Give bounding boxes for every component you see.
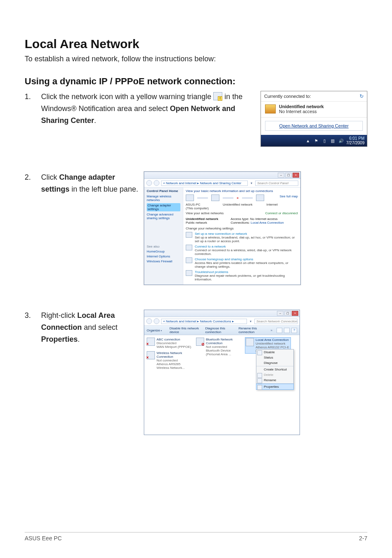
connection-icon: ⊘ [196, 338, 204, 346]
step-number: 2. [25, 171, 41, 183]
flag-icon[interactable]: ⚑ [314, 138, 319, 144]
settings-item[interactable]: Set up a new connection or networkSet up… [186, 232, 298, 243]
connection-device: Atheros AR9285 Wireless Network... [157, 362, 192, 370]
menu-item-label: Properties [264, 385, 279, 389]
back-button[interactable] [146, 180, 152, 186]
view-icon[interactable] [277, 328, 282, 333]
network-flyout: Currently connected to: ↻ Unidentified n… [261, 91, 367, 147]
context-menu: DisableStatusDiagnoseCreate ShortcutDele… [256, 349, 294, 390]
menu-item-create-shortcut[interactable]: Create Shortcut [256, 367, 293, 372]
menu-item-label: Status [264, 356, 273, 359]
item-desc: Access files and printers located on oth… [195, 261, 298, 269]
manage-wireless-link[interactable]: Manage wireless networks [147, 194, 180, 202]
footer-right: 2-7 [359, 535, 367, 542]
forward-button[interactable] [154, 180, 159, 186]
menu-item-properties[interactable]: Properties [256, 384, 293, 389]
step-text: Right-click Local Area Connection and se… [41, 310, 144, 345]
connection-item[interactable]: ×ABC connectionDisconnectedWAN Miniport … [147, 338, 192, 349]
screenshot-1: Currently connected to: ↻ Unidentified n… [261, 91, 367, 147]
item-icon [186, 257, 192, 263]
windows-firewall-link[interactable]: Windows Firewall [147, 259, 180, 263]
connection-device: WAN Miniport (PPPOE) [157, 345, 191, 349]
menu-item-status[interactable]: Status [256, 355, 293, 360]
search-input[interactable]: Search Control Panel [255, 181, 298, 186]
window-titlebar: – ▢ × [144, 310, 300, 317]
tray-arrow-icon[interactable]: ▲ [305, 138, 311, 144]
organize-menu[interactable]: Organize [147, 329, 165, 332]
connection-status: Not connected [206, 345, 241, 349]
connection-item[interactable]: ⊘Bluetooth Network ConnectionNot connect… [196, 338, 241, 356]
footer-left: ASUS Eee PC [25, 535, 62, 542]
maximize-button[interactable]: ▢ [285, 173, 292, 178]
minimize-button[interactable]: – [277, 311, 284, 316]
item-title: Choose homegroup and sharing options [195, 257, 298, 261]
diagnose-button[interactable]: Diagnose this connection [205, 326, 234, 334]
battery-icon[interactable]: ▯ [322, 138, 327, 144]
address-bar[interactable]: « Network and Internet ▸ Network Connect… [161, 319, 247, 324]
step-text-part: Right-click [41, 311, 77, 320]
access-type-label: Access type: [231, 217, 249, 221]
intro-text: To establish a wired network, follow the… [25, 53, 367, 65]
dropdown-icon[interactable]: ▾ [249, 181, 254, 185]
dropdown-icon[interactable]: ▾ [249, 320, 253, 323]
menu-item-diagnose[interactable]: Diagnose [256, 360, 293, 366]
disable-device-button[interactable]: Disable this network device [169, 326, 201, 334]
menu-item-disable[interactable]: Disable [256, 350, 293, 355]
connect-disconnect-link[interactable]: Connect or disconnect [265, 211, 298, 215]
connection-icon: × [147, 351, 155, 359]
maximize-button[interactable]: ▢ [284, 311, 291, 316]
step-bold: Properties [41, 335, 78, 343]
screenshot-3: – ▢ × « Network and Internet ▸ Network C… [144, 310, 300, 435]
taskbar: ▲ ⚑ ▯ ▥ 🔊 6:01 PM 7/27/2009 [261, 135, 367, 146]
left-pane: Control Panel Home Manage wireless netwo… [144, 188, 183, 285]
see-full-map-link[interactable]: See full map [280, 194, 298, 198]
step-text: Click the network icon with a yellow war… [41, 91, 261, 126]
control-panel-home[interactable]: Control Panel Home [147, 189, 180, 193]
menu-item-rename[interactable]: Rename [256, 377, 293, 383]
overflow-icon[interactable]: » [271, 329, 272, 332]
node-sublabel: (This computer) [186, 206, 209, 210]
view-active-label: View your active networks [186, 211, 224, 215]
network-tray-icon[interactable]: ▥ [330, 138, 336, 144]
section-heading: Using a dynamic IP / PPPoE network conne… [25, 76, 367, 87]
refresh-icon[interactable]: ↻ [360, 93, 364, 99]
taskbar-clock[interactable]: 6:01 PM 7/27/2009 [346, 136, 365, 145]
homegroup-link[interactable]: HomeGroup [147, 250, 180, 253]
settings-item[interactable]: Troubleshoot problemsDiagnose and repair… [186, 270, 298, 281]
search-input[interactable]: Search Network Connections [254, 319, 297, 324]
menu-item-icon [257, 378, 262, 383]
connections-link[interactable]: Local Area Connection [251, 221, 284, 225]
connection-icon: × [147, 338, 155, 346]
active-net-name: Unidentified network [186, 217, 218, 221]
change-sharing-link[interactable]: Change advanced sharing settings [147, 213, 180, 220]
address-bar[interactable]: « Network and Internet ▸ Network and Sha… [161, 181, 248, 186]
view-icon[interactable] [284, 328, 290, 333]
connection-name: Local Area Connection [256, 338, 290, 342]
back-button[interactable] [146, 318, 152, 324]
close-button[interactable]: × [293, 173, 299, 178]
connection-name: Wireless Network Connection [157, 351, 192, 359]
step-text-part: Click [41, 173, 59, 181]
step-text-part: . [78, 335, 80, 343]
window-titlebar: – ▢ × [144, 172, 300, 179]
minimize-button[interactable]: – [278, 173, 284, 178]
internet-options-link[interactable]: Internet Options [147, 255, 180, 258]
help-icon[interactable]: ? [291, 328, 297, 333]
rename-button[interactable]: Rename this connection [238, 326, 266, 334]
settings-item[interactable]: Connect to a networkConnect or reconnect… [186, 245, 298, 256]
step-text-part: . [94, 116, 96, 125]
close-button[interactable]: × [292, 311, 298, 316]
volume-icon[interactable]: 🔊 [338, 138, 344, 144]
step-text-part: in the left blue pane. [71, 185, 138, 193]
screenshot-2: – ▢ × « Network and Internet ▸ Network a… [144, 171, 301, 285]
change-adapter-link[interactable]: Change adapter settings [147, 203, 180, 211]
access-type-value: No Internet access [250, 217, 278, 221]
connection-name: Bluetooth Network Connection [206, 338, 241, 345]
open-network-center-link[interactable]: Open Network and Sharing Center [265, 121, 363, 131]
connection-item[interactable]: ×Wireless Network ConnectionNot connecte… [147, 351, 192, 370]
forward-button[interactable] [154, 318, 159, 324]
menu-separator [256, 383, 293, 384]
page-footer: ASUS Eee PC 2-7 [25, 532, 367, 542]
settings-item[interactable]: Choose homegroup and sharing optionsAcce… [186, 257, 298, 269]
connections-label: Connections: [231, 221, 250, 225]
